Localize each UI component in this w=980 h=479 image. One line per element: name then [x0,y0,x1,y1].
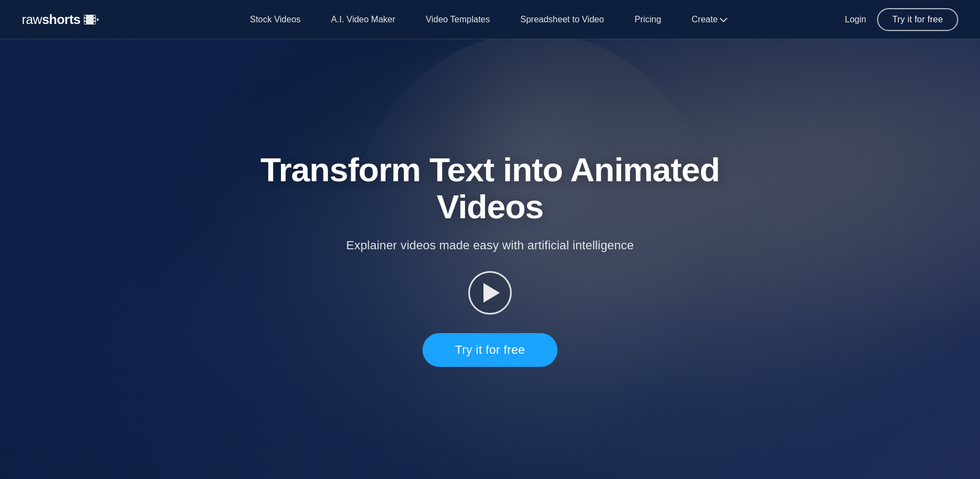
svg-rect-6 [94,22,95,24]
nav-pricing[interactable]: Pricing [619,0,676,39]
svg-rect-5 [94,19,95,21]
nav-ai-video-maker[interactable]: A.I. Video Maker [316,0,411,39]
nav-create[interactable]: Create [676,0,742,39]
nav-links: Stock Videos A.I. Video Maker Video Temp… [132,0,845,39]
svg-rect-2 [84,19,86,21]
logo-text-shorts: shorts [42,12,80,27]
play-icon [483,283,500,303]
login-link[interactable]: Login [845,15,866,24]
svg-rect-4 [94,15,95,17]
play-button[interactable] [468,271,512,315]
nav-stock-videos[interactable]: Stock Videos [235,0,316,39]
hero-subtitle: Explainer videos made easy with artifici… [346,238,634,253]
logo-text-raw: raw [22,12,42,27]
svg-marker-7 [97,18,99,21]
navbar: rawshorts Stock Videos A.I. Video Maker … [0,0,980,39]
nav-try-free-button[interactable]: Try it for free [877,8,958,31]
film-icon [84,14,99,26]
chevron-down-icon [720,15,727,22]
hero-title: Transform Text into Animated Videos [245,151,735,225]
svg-rect-1 [84,15,86,17]
logo[interactable]: rawshorts [22,12,99,27]
nav-right: Login Try it for free [845,8,958,31]
hero-section: Transform Text into Animated Videos Expl… [0,0,980,479]
nav-video-templates[interactable]: Video Templates [411,0,505,39]
hero-content: Transform Text into Animated Videos Expl… [0,0,980,479]
hero-try-free-button[interactable]: Try it for free [422,333,558,367]
nav-spreadsheet-to-video[interactable]: Spreadsheet to Video [505,0,620,39]
svg-rect-3 [84,22,86,24]
